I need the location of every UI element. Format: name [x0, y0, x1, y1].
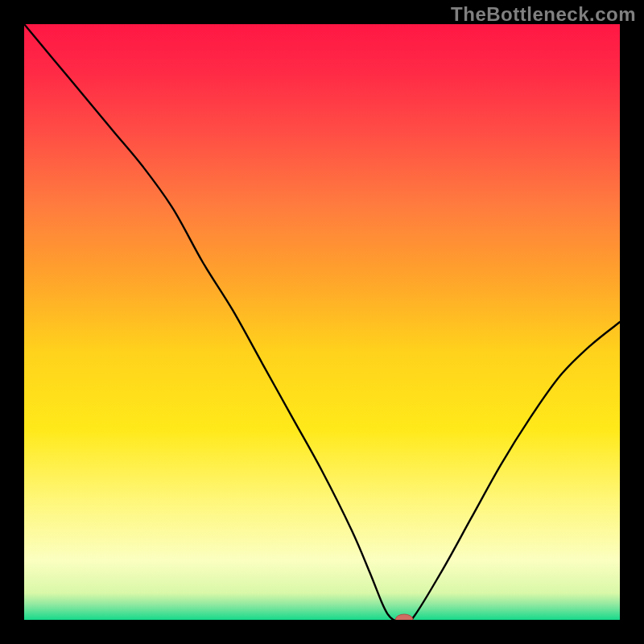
plot-area — [24, 24, 620, 620]
bottleneck-chart-svg — [24, 24, 620, 620]
watermark-text: TheBottleneck.com — [451, 3, 636, 26]
gradient-background — [24, 24, 620, 620]
chart-frame: TheBottleneck.com — [0, 0, 644, 644]
